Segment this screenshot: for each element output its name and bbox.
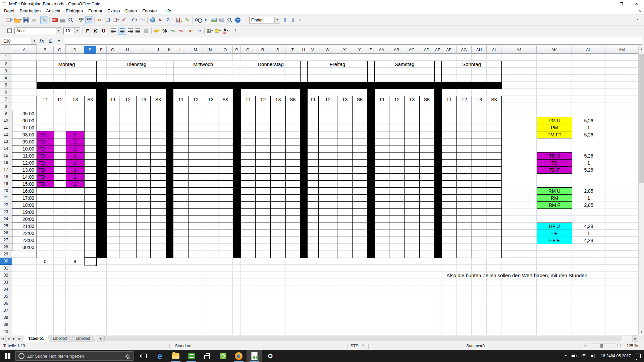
grid-cell[interactable] bbox=[318, 173, 337, 181]
grid-cell[interactable] bbox=[419, 180, 435, 188]
grid-cell[interactable] bbox=[218, 166, 233, 174]
row-header-33[interactable]: 33 bbox=[0, 279, 12, 286]
name-box[interactable]: E30 ▼ bbox=[1, 38, 37, 45]
grid-cell[interactable] bbox=[136, 152, 151, 160]
cell-D12[interactable]: 1 bbox=[66, 131, 85, 138]
grid-cell[interactable] bbox=[203, 244, 218, 251]
scroll-right-icon[interactable]: ▶ bbox=[633, 335, 638, 342]
day-header-dienstag[interactable]: Dienstag bbox=[107, 61, 166, 82]
grid-cell[interactable] bbox=[84, 251, 97, 258]
add-decimal-icon[interactable]: +,00 bbox=[169, 27, 177, 35]
font-name-select[interactable]: Arial▼ bbox=[14, 27, 61, 34]
grid-cell[interactable] bbox=[472, 103, 487, 110]
grid-cell[interactable] bbox=[218, 110, 233, 117]
row-header-35[interactable]: 35 bbox=[0, 293, 12, 300]
day-header-freitag[interactable]: Freitag bbox=[307, 61, 368, 82]
grid-cell[interactable] bbox=[150, 244, 166, 251]
grid-cell[interactable] bbox=[318, 103, 337, 110]
grid-cell[interactable] bbox=[173, 187, 189, 195]
row-header-18[interactable]: 18 bbox=[0, 173, 12, 180]
grid-cell[interactable] bbox=[389, 124, 405, 131]
grid-cell[interactable] bbox=[107, 159, 119, 167]
grid-cell[interactable] bbox=[119, 230, 137, 237]
grid-cell[interactable] bbox=[487, 187, 502, 195]
help-icon[interactable]: ? bbox=[234, 16, 242, 24]
grid-cell[interactable] bbox=[241, 216, 256, 223]
column-header-AB[interactable]: AB bbox=[389, 46, 404, 54]
taskbar-search[interactable]: Zur Suche Text hier eingeben bbox=[15, 351, 133, 361]
grid-cell[interactable] bbox=[255, 152, 271, 160]
grid-cell[interactable] bbox=[66, 230, 85, 237]
grid-cell[interactable] bbox=[203, 117, 218, 124]
grid-cell[interactable] bbox=[472, 223, 487, 230]
grid-cell[interactable] bbox=[352, 131, 368, 138]
microphone-icon[interactable] bbox=[126, 354, 128, 358]
sort-ascending-icon[interactable]: A↓ bbox=[157, 16, 165, 24]
grid-cell[interactable] bbox=[389, 159, 405, 167]
grid-cell[interactable] bbox=[270, 103, 286, 110]
column-header-D[interactable]: D bbox=[66, 46, 84, 54]
grid-cell[interactable] bbox=[107, 117, 119, 124]
legend-value-rm-u[interactable]: 2,85 bbox=[572, 187, 605, 194]
grid-cell[interactable] bbox=[337, 187, 353, 195]
column-header-AH[interactable]: AH bbox=[472, 46, 487, 54]
taskbar-app-settings[interactable]: ⚙ bbox=[262, 350, 278, 362]
grid-cell[interactable] bbox=[472, 152, 487, 160]
legend-cell-hf[interactable]: HF bbox=[537, 230, 572, 237]
background-color-icon[interactable]: ▾ bbox=[214, 27, 222, 35]
row-header-7[interactable]: 7 bbox=[0, 96, 12, 103]
font-size-select[interactable]: 10▼ bbox=[63, 27, 80, 34]
cell-D18[interactable]: 1 bbox=[66, 173, 85, 181]
grid-cell[interactable] bbox=[188, 152, 203, 160]
grid-cell[interactable] bbox=[457, 138, 472, 145]
shift-header-T3[interactable]: T3 bbox=[203, 96, 218, 103]
open-dropdown-icon[interactable]: ▾ bbox=[20, 18, 21, 21]
grid-cell[interactable] bbox=[119, 124, 137, 131]
grid-cell[interactable] bbox=[419, 216, 435, 223]
align-center-icon[interactable] bbox=[118, 27, 126, 35]
grid-cell[interactable] bbox=[285, 152, 301, 160]
grid-cell[interactable] bbox=[188, 223, 203, 230]
grid-cell[interactable] bbox=[337, 110, 353, 117]
grid-cell[interactable] bbox=[441, 180, 457, 188]
grid-cell[interactable] bbox=[150, 103, 166, 110]
shift-header-T2[interactable]: T2 bbox=[188, 96, 203, 103]
grid-cell[interactable] bbox=[119, 138, 137, 145]
grid-cell[interactable] bbox=[107, 166, 119, 174]
grid-cell[interactable] bbox=[419, 166, 435, 174]
grid-cell[interactable] bbox=[241, 117, 256, 124]
grid-cell[interactable] bbox=[119, 173, 137, 181]
row-header-9[interactable]: 9 bbox=[0, 110, 12, 117]
grid-cell[interactable] bbox=[119, 159, 137, 167]
grid-cell[interactable] bbox=[37, 230, 54, 237]
grid-cell[interactable] bbox=[270, 208, 286, 216]
grid-cell[interactable] bbox=[337, 223, 353, 230]
grid-cell[interactable] bbox=[188, 230, 203, 237]
grid-cell[interactable] bbox=[150, 194, 166, 202]
grid-cell[interactable] bbox=[352, 208, 368, 216]
grid-cell[interactable] bbox=[419, 138, 435, 145]
grid-cell[interactable] bbox=[374, 131, 389, 138]
grid-cell[interactable] bbox=[487, 145, 502, 153]
grid-cell[interactable] bbox=[241, 201, 256, 209]
grid-cell[interactable] bbox=[318, 145, 337, 153]
grid-cell[interactable] bbox=[307, 187, 319, 195]
grid-cell[interactable] bbox=[136, 187, 151, 195]
grid-cell[interactable] bbox=[318, 201, 337, 209]
grid-cell[interactable] bbox=[374, 208, 389, 216]
grid-cell[interactable] bbox=[107, 216, 119, 223]
grid-cell[interactable] bbox=[218, 216, 233, 223]
grid-cell[interactable] bbox=[255, 159, 271, 167]
column-header-AE[interactable]: AE bbox=[434, 46, 441, 54]
zoom-slider-thumb[interactable] bbox=[600, 344, 603, 348]
grid-cell[interactable] bbox=[404, 117, 420, 124]
grid-cell[interactable] bbox=[307, 208, 319, 216]
grid-cell[interactable] bbox=[307, 131, 319, 138]
grid-cell[interactable] bbox=[457, 173, 472, 181]
grid-cell[interactable] bbox=[119, 145, 137, 153]
grid-cell[interactable] bbox=[389, 237, 405, 244]
grid-cell[interactable] bbox=[419, 251, 435, 258]
copy-icon[interactable]: ❐ bbox=[104, 16, 112, 24]
grid-cell[interactable] bbox=[203, 152, 218, 160]
grid-cell[interactable] bbox=[389, 145, 405, 153]
